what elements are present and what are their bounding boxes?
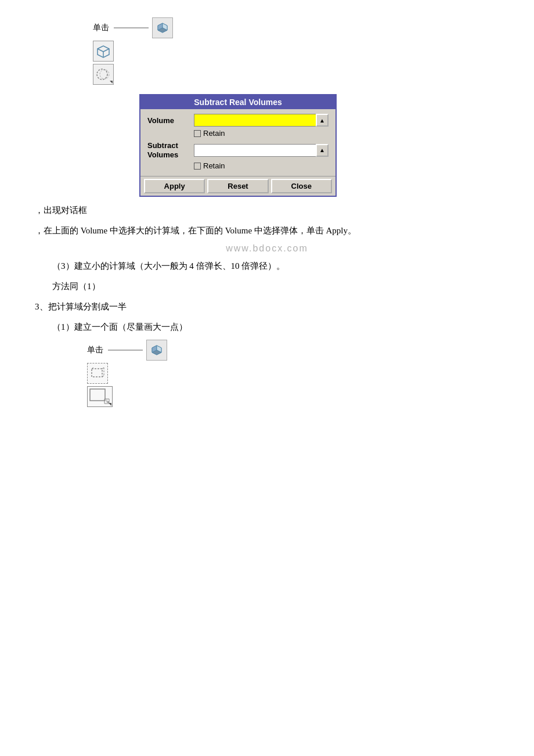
retain-label-2: Retain	[203, 161, 225, 170]
svg-point-8	[97, 69, 107, 80]
text-after-dialog: ，出现对话框	[35, 203, 499, 218]
text2: ，在上面的 Volume 中选择大的计算域，在下面的 Volume 中选择弹体，…	[35, 226, 356, 235]
subtract-volumes-arrow-btn[interactable]: ▲	[316, 144, 329, 157]
text1: ，出现对话框	[35, 206, 87, 215]
retain-row-1: Retain	[194, 129, 329, 138]
text5: 3、把计算域分割成一半	[35, 302, 127, 311]
retain-label-1: Retain	[203, 129, 225, 138]
click-row-cube: 单击	[93, 17, 173, 38]
subtract-volumes-input[interactable]	[194, 144, 316, 157]
rect-arrow-icon[interactable]: ↳	[87, 386, 113, 407]
close-button[interactable]: Close	[271, 179, 332, 193]
dashed-cube-container	[87, 363, 108, 384]
text4-section: 方法同（1）	[35, 279, 499, 294]
reset-button[interactable]: Reset	[207, 179, 268, 193]
text5-section: 3、把计算域分割成一半	[35, 299, 499, 315]
subtract-volumes-row: Subtract Volumes ▲	[147, 141, 329, 159]
text6-section: （1）建立一个面（尽量画大一点）	[52, 319, 499, 335]
svg-rect-14	[92, 369, 102, 377]
volume-input[interactable]	[194, 114, 316, 127]
svg-line-6	[103, 49, 109, 52]
top-icon-section: 单击	[93, 17, 499, 87]
click-label-top: 单击	[93, 23, 109, 33]
dialog-wrapper: Subtract Real Volumes Volume ▲ Retain Su…	[139, 94, 499, 197]
hollow-cube-icon[interactable]	[93, 41, 114, 62]
volume-label: Volume	[147, 116, 194, 125]
volume-row: Volume ▲	[147, 114, 329, 127]
retain-checkbox-1[interactable]	[194, 130, 201, 137]
text3-section: （3）建立小的计算域（大小一般为 4 倍弹长、10 倍弹径）。	[35, 258, 499, 274]
text6: （1）建立一个面（尽量画大一点）	[52, 322, 187, 332]
text3: （3）建立小的计算域（大小一般为 4 倍弹长、10 倍弹径）。	[52, 261, 285, 271]
watermark: www.bdocx.com	[35, 243, 499, 254]
circle-icon[interactable]	[93, 64, 114, 85]
hollow-cube-container	[93, 41, 114, 62]
svg-rect-19	[90, 389, 105, 401]
cube-icon[interactable]	[152, 17, 173, 38]
svg-line-5	[98, 49, 103, 52]
text-description: ，在上面的 Volume 中选择大的计算域，在下面的 Volume 中选择弹体，…	[35, 223, 499, 239]
retain-checkbox-2[interactable]	[194, 163, 201, 170]
subtract-volumes-label: Subtract Volumes	[147, 141, 194, 159]
bottom-click-label: 单击	[87, 345, 103, 355]
text4: 方法同（1）	[52, 282, 100, 291]
dialog-footer: Apply Reset Close	[140, 176, 335, 196]
subtract-real-volumes-dialog: Subtract Real Volumes Volume ▲ Retain Su…	[139, 94, 337, 197]
bottom-cube-icon[interactable]	[146, 340, 167, 361]
rect-arrow-container: ↳	[87, 386, 113, 408]
dialog-body: Volume ▲ Retain Subtract Volumes ▲	[140, 109, 335, 176]
dashed-cube-icon[interactable]	[87, 363, 108, 384]
dialog-title: Subtract Real Volumes	[140, 95, 335, 109]
volume-arrow-btn[interactable]: ▲	[316, 114, 329, 127]
apply-button[interactable]: Apply	[144, 179, 205, 193]
bottom-icon-section: 单击	[87, 340, 499, 411]
retain-row-2: Retain	[194, 161, 329, 170]
circle-icon-container	[93, 64, 114, 85]
bottom-click-row: 单击	[87, 340, 167, 361]
